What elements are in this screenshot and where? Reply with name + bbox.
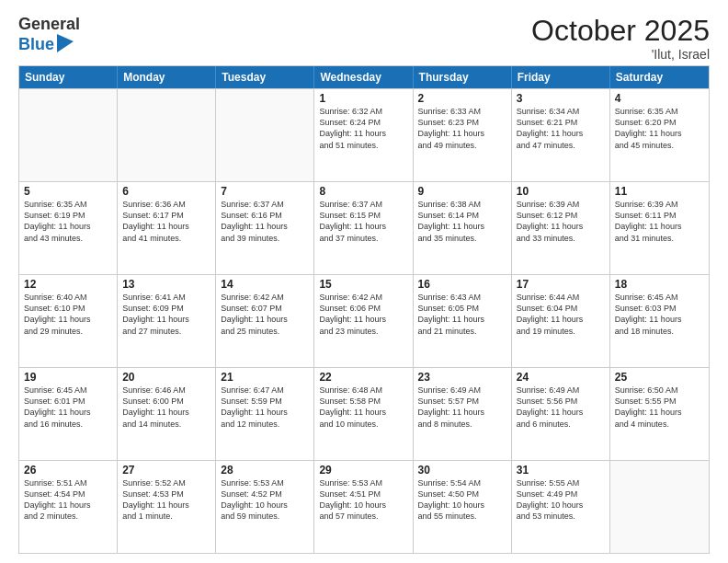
day-number: 20: [122, 371, 210, 384]
cal-cell: 24Sunrise: 6:49 AM Sunset: 5:56 PM Dayli…: [512, 368, 610, 460]
day-number: 26: [24, 464, 112, 477]
day-info: Sunrise: 6:49 AM Sunset: 5:57 PM Dayligh…: [418, 385, 506, 430]
day-info: Sunrise: 6:48 AM Sunset: 5:58 PM Dayligh…: [319, 385, 407, 430]
day-info: Sunrise: 5:53 AM Sunset: 4:52 PM Dayligh…: [221, 477, 309, 523]
cal-cell: 18Sunrise: 6:45 AM Sunset: 6:03 PM Dayli…: [610, 275, 709, 367]
day-info: Sunrise: 6:42 AM Sunset: 6:07 PM Dayligh…: [221, 292, 309, 337]
day-number: 11: [615, 185, 704, 198]
day-info: Sunrise: 6:35 AM Sunset: 6:20 PM Dayligh…: [615, 106, 704, 151]
day-number: 30: [418, 464, 506, 477]
day-info: Sunrise: 6:44 AM Sunset: 6:04 PM Dayligh…: [517, 292, 605, 337]
location-subtitle: 'Ilut, Israel: [531, 47, 710, 62]
day-info: Sunrise: 6:37 AM Sunset: 6:15 PM Dayligh…: [319, 199, 407, 244]
day-info: Sunrise: 5:51 AM Sunset: 4:54 PM Dayligh…: [24, 477, 112, 523]
day-info: Sunrise: 5:54 AM Sunset: 4:50 PM Dayligh…: [418, 477, 506, 523]
cal-cell: 29Sunrise: 5:53 AM Sunset: 4:51 PM Dayli…: [314, 461, 413, 553]
cal-cell: 30Sunrise: 5:54 AM Sunset: 4:50 PM Dayli…: [414, 461, 512, 553]
svg-marker-0: [57, 34, 74, 52]
logo-icon: [57, 34, 74, 52]
cal-cell: 14Sunrise: 6:42 AM Sunset: 6:07 PM Dayli…: [216, 275, 314, 367]
cal-cell: 19Sunrise: 6:45 AM Sunset: 6:01 PM Dayli…: [19, 368, 118, 460]
month-title: October 2025: [531, 15, 710, 47]
day-info: Sunrise: 5:52 AM Sunset: 4:53 PM Dayligh…: [122, 477, 210, 523]
day-info: Sunrise: 6:35 AM Sunset: 6:19 PM Dayligh…: [24, 199, 112, 244]
cal-cell: 23Sunrise: 6:49 AM Sunset: 5:57 PM Dayli…: [414, 368, 512, 460]
calendar: Sunday Monday Tuesday Wednesday Thursday…: [18, 65, 710, 554]
day-number: 15: [319, 278, 407, 291]
cal-cell: [610, 461, 709, 553]
day-number: 8: [319, 185, 407, 198]
day-number: 6: [122, 185, 210, 198]
cal-cell: 6Sunrise: 6:36 AM Sunset: 6:17 PM Daylig…: [118, 182, 216, 274]
header-friday: Friday: [512, 66, 610, 88]
day-number: 5: [24, 185, 112, 198]
cal-cell: 17Sunrise: 6:44 AM Sunset: 6:04 PM Dayli…: [512, 275, 610, 367]
page: General Blue October 2025 'Ilut, Israel …: [0, 0, 728, 563]
cal-cell: 10Sunrise: 6:39 AM Sunset: 6:12 PM Dayli…: [512, 182, 610, 274]
header-thursday: Thursday: [414, 66, 512, 88]
day-number: 10: [517, 185, 605, 198]
cal-cell: 4Sunrise: 6:35 AM Sunset: 6:20 PM Daylig…: [610, 89, 709, 181]
day-number: 25: [615, 371, 704, 384]
day-number: 13: [122, 278, 210, 291]
calendar-header: Sunday Monday Tuesday Wednesday Thursday…: [19, 66, 709, 88]
day-number: 4: [615, 92, 704, 105]
day-info: Sunrise: 6:38 AM Sunset: 6:14 PM Dayligh…: [418, 199, 506, 244]
day-info: Sunrise: 6:50 AM Sunset: 5:55 PM Dayligh…: [615, 385, 704, 430]
day-number: 18: [615, 278, 704, 291]
day-info: Sunrise: 6:36 AM Sunset: 6:17 PM Dayligh…: [122, 199, 210, 244]
day-number: 28: [221, 464, 309, 477]
day-info: Sunrise: 6:37 AM Sunset: 6:16 PM Dayligh…: [221, 199, 309, 244]
cal-cell: 2Sunrise: 6:33 AM Sunset: 6:23 PM Daylig…: [414, 89, 512, 181]
cal-cell: 25Sunrise: 6:50 AM Sunset: 5:55 PM Dayli…: [610, 368, 709, 460]
day-number: 19: [24, 371, 112, 384]
day-number: 31: [517, 464, 605, 477]
cal-cell: [19, 89, 118, 181]
day-info: Sunrise: 6:34 AM Sunset: 6:21 PM Dayligh…: [517, 106, 605, 151]
logo-blue: Blue: [18, 35, 54, 55]
logo-text: General Blue: [18, 15, 80, 54]
day-info: Sunrise: 6:45 AM Sunset: 6:03 PM Dayligh…: [615, 292, 704, 337]
day-info: Sunrise: 6:46 AM Sunset: 6:00 PM Dayligh…: [122, 385, 210, 430]
cal-cell: [118, 89, 216, 181]
cal-cell: 9Sunrise: 6:38 AM Sunset: 6:14 PM Daylig…: [414, 182, 512, 274]
day-number: 17: [517, 278, 605, 291]
day-info: Sunrise: 6:32 AM Sunset: 6:24 PM Dayligh…: [319, 106, 407, 151]
day-info: Sunrise: 6:39 AM Sunset: 6:11 PM Dayligh…: [615, 199, 704, 244]
calendar-body: 1Sunrise: 6:32 AM Sunset: 6:24 PM Daylig…: [19, 88, 709, 553]
day-number: 22: [319, 371, 407, 384]
title-block: October 2025 'Ilut, Israel: [531, 15, 710, 62]
header: General Blue October 2025 'Ilut, Israel: [18, 15, 710, 62]
cal-cell: 5Sunrise: 6:35 AM Sunset: 6:19 PM Daylig…: [19, 182, 118, 274]
header-saturday: Saturday: [610, 66, 709, 88]
day-info: Sunrise: 6:41 AM Sunset: 6:09 PM Dayligh…: [122, 292, 210, 337]
day-info: Sunrise: 5:53 AM Sunset: 4:51 PM Dayligh…: [319, 477, 407, 523]
header-wednesday: Wednesday: [314, 66, 413, 88]
day-number: 21: [221, 371, 309, 384]
logo: General Blue: [18, 15, 80, 54]
day-info: Sunrise: 5:55 AM Sunset: 4:49 PM Dayligh…: [517, 477, 605, 523]
day-info: Sunrise: 6:49 AM Sunset: 5:56 PM Dayligh…: [517, 385, 605, 430]
cal-cell: 20Sunrise: 6:46 AM Sunset: 6:00 PM Dayli…: [118, 368, 216, 460]
cal-cell: 12Sunrise: 6:40 AM Sunset: 6:10 PM Dayli…: [19, 275, 118, 367]
day-number: 2: [418, 92, 506, 105]
header-tuesday: Tuesday: [216, 66, 314, 88]
day-info: Sunrise: 6:42 AM Sunset: 6:06 PM Dayligh…: [319, 292, 407, 337]
cal-cell: 31Sunrise: 5:55 AM Sunset: 4:49 PM Dayli…: [512, 461, 610, 553]
header-monday: Monday: [118, 66, 216, 88]
cal-cell: 21Sunrise: 6:47 AM Sunset: 5:59 PM Dayli…: [216, 368, 314, 460]
cal-cell: 22Sunrise: 6:48 AM Sunset: 5:58 PM Dayli…: [314, 368, 413, 460]
day-info: Sunrise: 6:47 AM Sunset: 5:59 PM Dayligh…: [221, 385, 309, 430]
cal-cell: [216, 89, 314, 181]
day-number: 16: [418, 278, 506, 291]
day-number: 12: [24, 278, 112, 291]
day-number: 24: [517, 371, 605, 384]
day-number: 3: [517, 92, 605, 105]
cal-cell: 8Sunrise: 6:37 AM Sunset: 6:15 PM Daylig…: [314, 182, 413, 274]
day-number: 9: [418, 185, 506, 198]
day-number: 14: [221, 278, 309, 291]
calendar-row-0: 1Sunrise: 6:32 AM Sunset: 6:24 PM Daylig…: [19, 88, 709, 181]
calendar-row-1: 5Sunrise: 6:35 AM Sunset: 6:19 PM Daylig…: [19, 181, 709, 274]
cal-cell: 13Sunrise: 6:41 AM Sunset: 6:09 PM Dayli…: [118, 275, 216, 367]
day-info: Sunrise: 6:40 AM Sunset: 6:10 PM Dayligh…: [24, 292, 112, 337]
